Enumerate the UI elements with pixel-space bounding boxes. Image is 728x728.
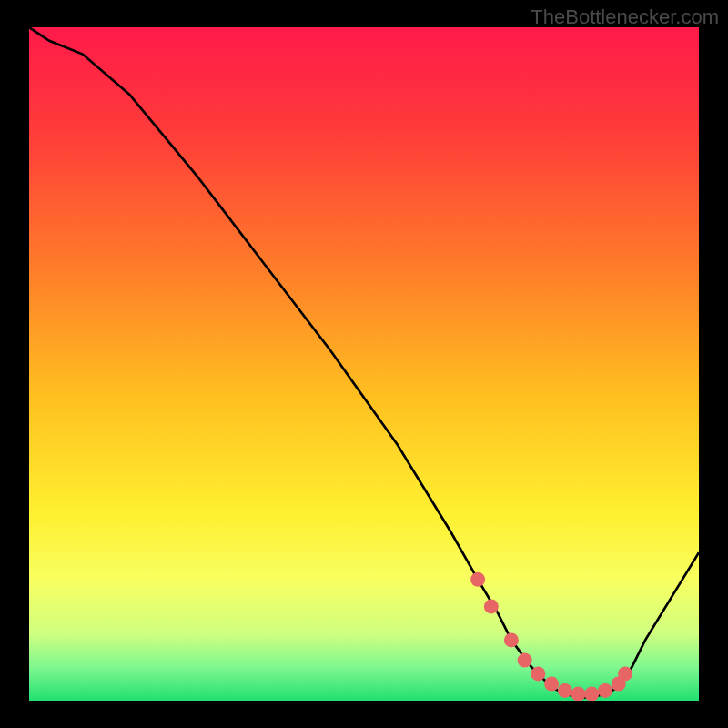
marker-point (571, 687, 586, 701)
marker-point (518, 653, 532, 668)
marker-point (584, 687, 599, 701)
marker-point (504, 632, 519, 647)
marker-point (598, 683, 612, 698)
marker-point (544, 677, 559, 692)
curve-layer (29, 27, 699, 701)
plot-area (29, 27, 699, 701)
watermark-text: TheBottlenecker.com (531, 5, 719, 29)
marker-point (531, 666, 545, 681)
marker-point (558, 683, 572, 698)
marker-point (470, 572, 485, 587)
bottleneck-curve (29, 27, 699, 697)
marker-point (484, 599, 499, 613)
curve-markers (470, 572, 632, 701)
marker-point (618, 666, 632, 681)
